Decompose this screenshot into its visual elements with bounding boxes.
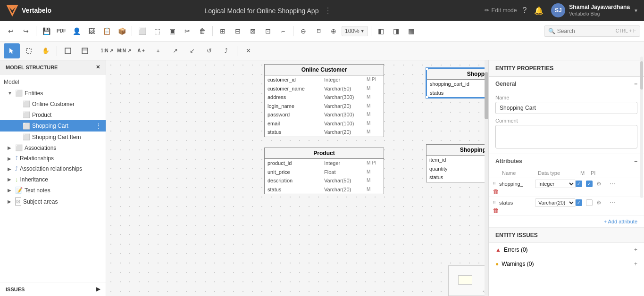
view1-button[interactable]: ◧ [374,24,388,38]
sep4 [293,26,293,36]
more-menu-icon[interactable]: ⋮ [324,7,332,15]
sidebar-footer[interactable]: ISSUES ▶ [0,282,106,296]
attr-gear-1[interactable]: ⚙ [596,181,610,187]
attr-gear-2[interactable]: ⚙ [596,199,610,206]
tool9-button[interactable]: ⌐ [276,24,290,38]
resize-handle-bl[interactable] [426,96,428,99]
attr-name-1[interactable] [499,181,535,187]
image-button[interactable]: 🖼 [84,24,99,38]
warnings-row[interactable]: ● Warnings (0) + [489,257,644,271]
user-menu[interactable]: SJ Shamal Jayawardhana Vertabelo Blog ▼ [551,3,638,17]
tool8-button[interactable]: ⊡ [261,24,275,38]
attr-pi-checkbox-2[interactable] [586,199,593,206]
draw-sep1 [57,46,57,56]
undo-button[interactable]: ↩ [4,24,18,38]
right-panel-scrollbar[interactable] [640,60,643,198]
sidebar-item-subject-areas[interactable]: ▶ ⊠ Subject areas [0,196,106,207]
rel-vert-tool[interactable]: ⤴ [218,43,234,58]
cross-tool[interactable]: ✕ [240,43,256,58]
hand-tool[interactable]: ✋ [38,43,54,58]
edit-mode-button[interactable]: ✏ Edit mode [485,7,517,14]
attr-pi-checkbox-1[interactable]: ✓ [586,181,593,187]
redo-button[interactable]: ↪ [19,24,33,38]
general-section-header[interactable]: General − [489,77,644,91]
sidebar-item-shopping-cart[interactable]: ⬜ Shopping Cart ⋮ [0,120,106,132]
entity-product[interactable]: Product product_idIntegerM PI unit_price… [264,148,384,194]
sidebar-item-entities[interactable]: ▼ ⬜ Entities [0,88,106,99]
draw-sep2 [96,46,96,56]
name-input[interactable] [495,102,637,114]
sidebar-item-inheritance[interactable]: ▶ ↓ Inheritance [0,174,106,185]
attr-delete-1[interactable]: 🗑 [493,188,499,195]
zoom-level[interactable]: 100% ▼ [342,26,368,36]
add-attribute-button[interactable]: + Add attribute [489,216,644,227]
canvas-scrollbar-right[interactable] [485,60,488,296]
attr-type-2[interactable]: Varchar(20) Integer Float [535,198,576,207]
export-button[interactable]: 📋 [100,24,114,38]
attr-m-checkbox-2[interactable]: ✓ [576,199,582,206]
select-tool[interactable] [4,43,20,58]
frame2-button[interactable]: ⬚ [150,24,164,38]
entity-icon-sc: ⬜ [23,123,30,130]
delete-button[interactable]: 🗑 [195,24,209,38]
export-pdf-button[interactable]: PDF [54,24,68,38]
entity-online-customer[interactable]: Online Customer customer_idIntegerM PI c… [264,64,384,137]
general-section-body: Name Comment [489,91,644,154]
warnings-label: ● Warnings (0) [495,261,534,267]
bell-icon[interactable]: 🔔 [534,6,544,15]
save-button[interactable]: 💾 [39,24,53,38]
attributes-section-header[interactable]: Attributes − [489,154,644,168]
logo[interactable]: Vertabelo [6,4,51,17]
view2-button[interactable]: ◨ [389,24,403,38]
rel-1n-tool[interactable]: 1:N ↗ [99,43,115,58]
zoom-out-button[interactable]: ⊖ [296,24,310,38]
attr-type-1[interactable]: Integer Varchar(20) Float [535,180,576,188]
attr-name-2[interactable] [499,200,535,206]
sidebar-item-associations[interactable]: ▶ ⬜ Associations [0,142,106,153]
rel-a-tool[interactable]: A + [133,43,149,58]
search-box[interactable]: 🔍 CTRL + F [544,25,640,37]
cut-button[interactable]: ✂ [180,24,194,38]
rect-select-tool[interactable] [21,43,37,58]
zoom-in-button[interactable]: ⊕ [326,24,341,38]
sidebar-item-association-relationships[interactable]: ▶ ⤴ Association relationships [0,164,106,174]
zoom-fit-button[interactable]: ⊟ [311,24,326,38]
attr-delete-2[interactable]: 🗑 [493,207,499,214]
attr-more-2[interactable]: ⋯ [610,199,620,206]
resize-handle-tl[interactable] [426,67,428,70]
sidebar-item-text-notes[interactable]: ▶ 📝 Text notes [0,185,106,196]
view3-button[interactable]: ▦ [404,24,418,38]
entity-shopping-cart-item[interactable]: Shopping Cart Item item_idIntegerM PI qu… [426,144,488,182]
entity-tool[interactable] [60,43,76,58]
tool6-button[interactable]: ⊟ [231,24,245,38]
sidebar-item-product[interactable]: ⬜ Product [0,109,106,120]
rel-plus-tool[interactable]: + [150,43,166,58]
search-input[interactable] [557,28,614,34]
attr-more-1[interactable]: ⋯ [610,181,620,187]
sidebar-collapse-icon[interactable]: ✕ [96,64,100,70]
sidebar-item-online-customer[interactable]: ⬜ Online Customer [0,99,106,109]
help-icon[interactable]: ? [522,6,527,15]
sidebar-item-relationships[interactable]: ▶ ⤴ Relationships [0,153,106,164]
errors-row[interactable]: ▲ Errors (0) + [489,243,644,257]
drag-handle-1[interactable]: ⠿ [493,181,499,187]
rel-arrow-tool[interactable]: ↗ [167,43,183,58]
tool7-button[interactable]: ⊠ [246,24,260,38]
box-button[interactable]: 📦 [115,24,129,38]
entity-shopping-cart[interactable]: Shopping Cart shopping_cart_idIntegerM P… [426,68,488,98]
sidebar-item-shopping-cart-item[interactable]: ⬜ Shopping Cart Item [0,132,106,142]
assoc-icon: ⬜ [15,144,23,151]
frame-button[interactable]: ⬜ [135,24,149,38]
item-context-menu-icon[interactable]: ⋮ [95,122,102,130]
rel-arrow2-tool[interactable]: ↙ [184,43,200,58]
frame3-button[interactable]: ▣ [165,24,179,38]
comment-input[interactable] [495,125,637,148]
rel-loop-tool[interactable]: ↺ [201,43,217,58]
add-user-button[interactable]: 👤 [69,24,84,38]
rel-mn-tool[interactable]: M:N ↗ [116,43,132,58]
canvas[interactable]: Online Customer customer_idIntegerM PI c… [106,60,488,296]
drag-handle-2[interactable]: ⠿ [493,200,499,206]
tool5-button[interactable]: ⊞ [216,24,230,38]
entity2-tool[interactable] [77,43,93,58]
attr-m-checkbox-1[interactable]: ✓ [576,181,582,187]
